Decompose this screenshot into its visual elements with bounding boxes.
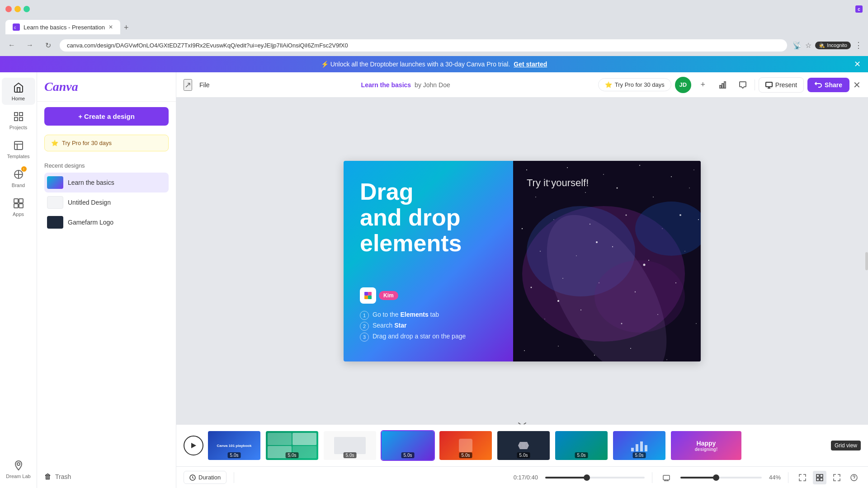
browser-chrome: c c Learn the basics - Presentation ✕ + … — [0, 0, 868, 56]
svg-rect-3 — [14, 113, 18, 116]
menu-icon[interactable]: ⋮ — [854, 40, 863, 50]
slide-thumb-4[interactable]: 5.0s — [381, 430, 435, 461]
fullscreen-btn[interactable] — [830, 471, 844, 484]
instr-text-3: Drag and drop a star on the page — [373, 333, 466, 340]
progress-slider[interactable] — [545, 477, 645, 479]
browser-title-icon: c — [855, 5, 863, 13]
close-window-btn[interactable] — [5, 6, 12, 12]
instr-num-3: 3 — [360, 333, 369, 342]
svg-rect-72 — [636, 444, 638, 451]
svg-point-32 — [671, 176, 672, 177]
zoom-fill — [680, 477, 716, 479]
sidebar-item-dreamlab[interactable]: Dream Lab — [2, 455, 35, 483]
close-tab-btn[interactable]: ✕ — [108, 24, 113, 30]
reload-btn[interactable]: ↻ — [42, 39, 54, 52]
try-pro-toolbar-btn[interactable]: ⭐ Try Pro for 30 days — [598, 78, 671, 91]
slide-bottom: Kim 1 Go to the Elements tab 2 Search St… — [360, 287, 497, 343]
promo-close-btn[interactable]: ✕ — [854, 59, 861, 69]
back-btn[interactable]: ← — [5, 39, 18, 52]
open-new-btn[interactable]: ↗ — [184, 79, 192, 91]
browser-title: c — [855, 5, 863, 13]
sidebar-item-templates[interactable]: Templates — [2, 136, 35, 163]
new-tab-btn[interactable]: + — [120, 21, 132, 34]
try-pro-panel-btn[interactable]: ⭐ Try Pro for 30 days — [44, 135, 169, 151]
canvas-viewport[interactable]: Dragand dropelements Kim 1 — [176, 98, 868, 424]
maximize-window-btn[interactable] — [24, 6, 30, 12]
share-btn[interactable]: Share — [807, 78, 849, 92]
svg-point-61 — [558, 346, 559, 347]
design-item-learn[interactable]: Learn the basics — [44, 173, 169, 192]
close-editor-btn[interactable]: ✕ — [853, 80, 861, 90]
file-btn[interactable]: File — [196, 80, 213, 90]
sidebar-item-projects[interactable]: Projects — [2, 107, 35, 134]
forward-btn[interactable]: → — [24, 39, 36, 52]
canvas-slide[interactable]: Dragand dropelements Kim 1 — [344, 161, 701, 361]
sidebar-item-brand[interactable]: ! Brand — [2, 164, 35, 192]
screen-size-btn[interactable] — [660, 471, 673, 484]
svg-rect-74 — [645, 445, 647, 451]
slide-thumb-6[interactable]: 5.0s — [496, 430, 551, 461]
active-tab[interactable]: c Learn the basics - Presentation ✕ — [5, 20, 120, 34]
design-item-gamefarm[interactable]: Gamefarm Logo — [44, 212, 169, 232]
design-item-untitled[interactable]: Untitled Design — [44, 192, 169, 212]
slide-thumb-8[interactable]: 5.0s — [612, 430, 666, 461]
filmstrip-handle[interactable] — [515, 421, 529, 424]
analytics-btn[interactable] — [715, 77, 731, 93]
sidebar-item-home[interactable]: Home — [2, 78, 35, 105]
apps-icon — [12, 197, 25, 210]
address-input[interactable] — [60, 39, 787, 52]
slide-thumb-3[interactable]: 5.0s — [323, 430, 377, 461]
thumb-last-label: Happy — [695, 440, 718, 447]
user-cursor: Kim — [360, 287, 497, 304]
help-btn[interactable] — [847, 471, 861, 484]
duration-btn[interactable]: Duration — [184, 471, 226, 484]
slide-title: Dragand dropelements — [360, 179, 497, 257]
create-design-btn[interactable]: + Create a design — [44, 107, 169, 126]
try-pro-star-icon: ⭐ — [605, 81, 612, 88]
slide-thumb-1[interactable]: Canva 101 playbook 5.0s — [207, 430, 261, 461]
window-controls-area — [5, 6, 30, 12]
instr-text-1: Go to the Elements tab — [373, 311, 439, 318]
slide-thumb-last[interactable]: Happy designing! — [670, 430, 742, 461]
doc-name[interactable]: Learn the basics — [361, 81, 411, 89]
recent-designs-section: Recent designs Learn the basics Untitled… — [37, 157, 176, 238]
svg-point-43 — [662, 228, 663, 229]
trash-section[interactable]: 🗑 Trash — [37, 465, 176, 488]
fit-page-btn[interactable] — [796, 471, 809, 484]
slide-left-panel: Dragand dropelements Kim 1 — [344, 161, 513, 361]
canva-logo: Canva — [44, 80, 169, 94]
svg-text:c: c — [858, 7, 860, 12]
zoom-thumb[interactable] — [713, 474, 719, 481]
comment-btn[interactable] — [735, 77, 751, 93]
play-btn[interactable] — [184, 436, 203, 455]
present-btn[interactable]: Present — [759, 77, 804, 93]
sidebar-label-dreamlab: Dream Lab — [6, 474, 30, 479]
slide-thumb-5[interactable]: 5.0s — [439, 430, 493, 461]
minimize-window-btn[interactable] — [14, 6, 21, 12]
time-current: 0:17 — [514, 474, 525, 481]
tab-bar: c Learn the basics - Presentation ✕ + — [0, 18, 868, 34]
toolbar-left: ↗ File — [184, 79, 213, 91]
slide-thumb-7[interactable]: 5.0s — [554, 430, 609, 461]
progress-thumb[interactable] — [584, 474, 590, 481]
zoom-slider[interactable] — [680, 477, 762, 479]
promo-text: ⚡ Unlock all the Droptober launches with… — [321, 61, 510, 68]
sidebar-item-apps[interactable]: Apps — [2, 193, 35, 221]
cast-icon: 📡 — [793, 41, 802, 50]
svg-point-62 — [594, 354, 595, 355]
svg-point-13 — [17, 463, 20, 465]
promo-cta[interactable]: Get started — [514, 61, 547, 68]
svg-rect-4 — [19, 113, 23, 116]
instr-num-1: 1 — [360, 311, 369, 320]
sidebar-label-templates: Templates — [7, 154, 29, 159]
svg-point-31 — [639, 164, 640, 165]
user-avatar[interactable]: JD — [675, 77, 691, 93]
star-icon: ⭐ — [51, 140, 58, 146]
slide-thumb-2[interactable]: 5.0s — [265, 430, 319, 461]
bookmark-icon[interactable]: ☆ — [805, 41, 811, 50]
grid-view-btn[interactable] — [813, 471, 826, 484]
canvas-scroll-handle[interactable] — [865, 252, 868, 270]
grid-view-area: Grid view — [831, 441, 861, 450]
add-collaborator-btn[interactable]: + — [695, 77, 711, 93]
tab-title: Learn the basics - Presentation — [24, 24, 105, 31]
